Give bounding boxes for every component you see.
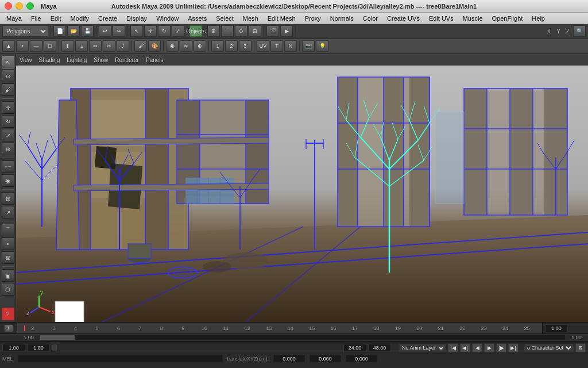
- view-menu[interactable]: View: [20, 57, 32, 63]
- maximize-button[interactable]: [26, 2, 34, 10]
- bool-btn[interactable]: ⊕: [194, 40, 206, 52]
- menu-item-display[interactable]: Display: [122, 14, 151, 22]
- select-btn[interactable]: ↖: [130, 25, 143, 37]
- search-btn[interactable]: 🔍: [573, 25, 586, 37]
- menu-item-file[interactable]: File: [27, 14, 45, 22]
- lasso-tool-btn[interactable]: ⊙: [2, 70, 14, 82]
- menu-item-modify[interactable]: Modify: [67, 14, 93, 22]
- z-coord-input[interactable]: [346, 355, 377, 362]
- new-scene-btn[interactable]: 📄: [53, 25, 66, 37]
- merge-btn[interactable]: ⤴: [117, 40, 129, 52]
- ipr-btn[interactable]: ▶: [280, 25, 293, 37]
- vertex-btn[interactable]: •: [16, 40, 29, 52]
- save-btn[interactable]: 💾: [81, 25, 94, 37]
- universal-tool-btn[interactable]: ⊛: [2, 143, 14, 155]
- viewport[interactable]: View Shading Lighting Show Renderer Pane…: [16, 54, 588, 322]
- uv-btn[interactable]: UV: [257, 40, 269, 52]
- snap-point-btn[interactable]: ⊙: [235, 25, 247, 37]
- menu-item-proxy[interactable]: Proxy: [301, 14, 325, 22]
- play-forward-btn[interactable]: ▶: [484, 343, 494, 352]
- paint-select-btn[interactable]: 🖌: [2, 83, 14, 96]
- point-snap-btn[interactable]: •: [2, 237, 14, 250]
- menu-item-mesh[interactable]: Mesh: [239, 14, 262, 22]
- step-forward-btn[interactable]: |▶: [496, 343, 506, 352]
- crease-btn[interactable]: ≋: [180, 40, 192, 52]
- menu-item-window[interactable]: Window: [152, 14, 183, 22]
- end-frame-input[interactable]: [27, 344, 50, 352]
- smooth-btn[interactable]: ◉: [166, 40, 179, 52]
- menu-item-edit-uvs[interactable]: Edit UVs: [425, 14, 458, 22]
- menu-item-normals[interactable]: Normals: [326, 14, 358, 22]
- current-frame-input[interactable]: [545, 324, 568, 332]
- texture-btn[interactable]: T: [270, 40, 283, 52]
- menu-item-muscle[interactable]: Muscle: [459, 14, 487, 22]
- normal-btn[interactable]: N: [284, 40, 297, 52]
- menu-item-create-uvs[interactable]: Create UVs: [383, 14, 424, 22]
- menu-item-openflight[interactable]: OpenFlight: [488, 14, 527, 22]
- menu-item-maya[interactable]: Maya: [2, 14, 26, 22]
- range-end-input[interactable]: [343, 344, 366, 352]
- sculpt-brush-btn[interactable]: ◉: [2, 174, 14, 187]
- ipr-paint-btn[interactable]: ⬡: [2, 283, 14, 296]
- menu-item-color[interactable]: Color: [359, 14, 382, 22]
- step-back-btn[interactable]: ◀|: [460, 343, 470, 352]
- redo-btn[interactable]: ↪: [113, 25, 125, 37]
- close-button[interactable]: [5, 2, 12, 10]
- y-coord-input[interactable]: [310, 355, 341, 362]
- render-region-btn[interactable]: ▣: [2, 269, 14, 282]
- curve-snap-btn[interactable]: ⌒: [2, 224, 14, 236]
- split-btn[interactable]: ✂: [103, 40, 115, 52]
- play-back-btn[interactable]: ◀: [472, 343, 482, 352]
- lighting-menu[interactable]: Lighting: [67, 57, 87, 63]
- extrude-btn[interactable]: ⬆: [61, 40, 74, 52]
- menu-item-create[interactable]: Create: [94, 14, 121, 22]
- shading-menu[interactable]: Shading: [39, 57, 60, 63]
- select-tool-btn[interactable]: ↖: [2, 56, 14, 68]
- show-menu[interactable]: Show: [94, 57, 108, 63]
- soft-mod-btn[interactable]: 〰: [2, 160, 14, 173]
- bridge-btn[interactable]: ⇔: [89, 40, 102, 52]
- rotate-btn[interactable]: ↻: [158, 25, 171, 37]
- snap-curve-btn[interactable]: ⌒: [221, 25, 234, 37]
- display-fine-btn[interactable]: 3: [239, 40, 252, 52]
- open-btn[interactable]: 📂: [67, 25, 80, 37]
- scale-btn[interactable]: ⤢: [172, 25, 184, 37]
- help-btn[interactable]: ?: [2, 308, 14, 320]
- face-btn[interactable]: □: [44, 40, 56, 52]
- display-smooth-btn[interactable]: 1: [211, 40, 224, 52]
- paint-btn[interactable]: 🎨: [148, 40, 161, 52]
- undo-btn[interactable]: ↩: [99, 25, 111, 37]
- start-frame-input[interactable]: [2, 344, 25, 352]
- mode-select[interactable]: Polygons: [2, 25, 48, 37]
- scale-tool-btn[interactable]: ⤢: [2, 129, 14, 141]
- menu-item-assets[interactable]: Assets: [184, 14, 211, 22]
- sculpt-btn[interactable]: 🖌: [134, 40, 147, 52]
- timeline-start-btn[interactable]: 1: [4, 324, 13, 332]
- redirect-btn[interactable]: ↗: [2, 206, 14, 218]
- mel-command-input[interactable]: [18, 355, 223, 362]
- menu-item-select[interactable]: Select: [212, 14, 238, 22]
- snap-grid-btn[interactable]: ⊞: [207, 25, 220, 37]
- go-to-start-btn[interactable]: |◀: [448, 343, 458, 352]
- menu-item-help[interactable]: Help: [528, 14, 549, 22]
- grid-snap-btn[interactable]: ⊠: [2, 251, 14, 264]
- move-tool-btn[interactable]: ✛: [2, 101, 14, 114]
- max-frame-input[interactable]: [368, 344, 391, 352]
- renderer-menu[interactable]: Renderer: [115, 57, 139, 63]
- anim-options-btn[interactable]: ⚙: [575, 343, 586, 352]
- panels-menu[interactable]: Panels: [146, 57, 164, 63]
- minimize-button[interactable]: [16, 2, 23, 10]
- move-btn[interactable]: ✛: [144, 25, 157, 37]
- snap-surface-btn[interactable]: ⊟: [249, 25, 261, 37]
- display-medium-btn[interactable]: 2: [225, 40, 238, 52]
- bevel-btn[interactable]: ⟁: [75, 40, 88, 52]
- show-manip-btn[interactable]: ⊞: [2, 192, 14, 205]
- menu-item-edit[interactable]: Edit: [47, 14, 65, 22]
- window-controls[interactable]: [5, 2, 34, 10]
- go-to-end-btn[interactable]: ▶|: [508, 343, 519, 352]
- objects-btn[interactable]: Objects: [189, 25, 202, 37]
- range-track[interactable]: [40, 335, 565, 340]
- camera-btn[interactable]: 📷: [302, 40, 315, 52]
- timeline-numbers[interactable]: 2345678910111213141516171819202122232425: [17, 325, 542, 331]
- x-coord-input[interactable]: [273, 355, 305, 362]
